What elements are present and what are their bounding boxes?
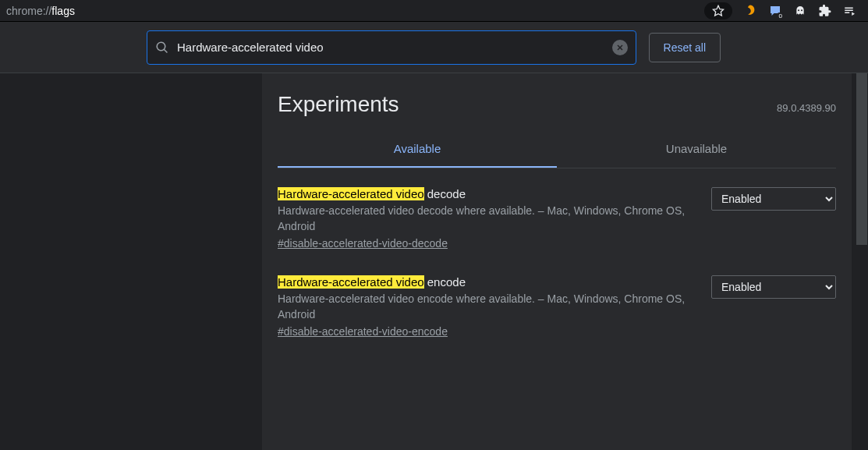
clear-search-button[interactable] bbox=[612, 40, 628, 55]
svg-point-1 bbox=[798, 9, 799, 11]
close-icon bbox=[615, 43, 625, 52]
reset-all-button[interactable]: Reset all bbox=[649, 33, 721, 62]
bookmark-star-button[interactable] bbox=[704, 2, 732, 19]
flag-description: Hardware-accelerated video decode where … bbox=[278, 204, 693, 234]
tab-unavailable[interactable]: Unavailable bbox=[557, 131, 836, 168]
left-gutter bbox=[0, 73, 131, 450]
omnibox[interactable]: chrome://flags 0 bbox=[0, 0, 868, 22]
main-content: Experiments 89.0.4389.90 Available Unava… bbox=[262, 73, 852, 450]
page-title: Experiments bbox=[278, 92, 399, 117]
tab-available[interactable]: Available bbox=[278, 131, 557, 168]
toolbar-actions: 0 bbox=[704, 2, 862, 19]
extensions-puzzle-icon[interactable] bbox=[818, 4, 832, 18]
highlight-match: Hardware-accelerated video bbox=[278, 275, 424, 289]
flag-anchor-link[interactable]: #disable-accelerated-video-decode bbox=[278, 237, 448, 250]
url-scheme: chrome:// bbox=[6, 5, 51, 17]
flags-toolbar: Reset all bbox=[0, 22, 868, 73]
version-label: 89.0.4389.90 bbox=[777, 102, 836, 114]
svg-marker-0 bbox=[713, 5, 723, 16]
badge-count: 0 bbox=[778, 12, 784, 19]
flag-description: Hardware-accelerated video encode where … bbox=[278, 292, 693, 322]
flag-row: Hardware-accelerated video encode Hardwa… bbox=[278, 275, 836, 338]
search-input[interactable] bbox=[177, 41, 604, 54]
url-display: chrome://flags bbox=[6, 5, 704, 17]
flag-state-select[interactable]: Enabled bbox=[711, 275, 836, 299]
search-icon bbox=[155, 41, 169, 55]
flag-title: Hardware-accelerated video decode bbox=[278, 187, 693, 200]
star-icon bbox=[711, 4, 725, 18]
extension-swirl-icon[interactable] bbox=[743, 4, 757, 18]
flag-title-rest: encode bbox=[424, 275, 466, 289]
flag-anchor-link[interactable]: #disable-accelerated-video-encode bbox=[278, 325, 448, 338]
flag-title-rest: decode bbox=[424, 187, 466, 200]
flag-row: Hardware-accelerated video decode Hardwa… bbox=[278, 187, 836, 250]
url-path: flags bbox=[51, 5, 75, 17]
extension-speech-icon[interactable]: 0 bbox=[768, 4, 782, 18]
scrollbar[interactable] bbox=[856, 73, 867, 450]
extension-ghost-icon[interactable] bbox=[793, 4, 807, 18]
svg-point-2 bbox=[801, 9, 802, 11]
search-container bbox=[147, 30, 636, 65]
tabs: Available Unavailable bbox=[278, 131, 836, 168]
flags-list: Hardware-accelerated video decode Hardwa… bbox=[278, 168, 836, 338]
media-playlist-icon[interactable] bbox=[843, 4, 857, 18]
scrollbar-thumb[interactable] bbox=[856, 73, 867, 245]
flag-title: Hardware-accelerated video encode bbox=[278, 275, 693, 289]
flag-state-select[interactable]: Enabled bbox=[711, 187, 836, 211]
highlight-match: Hardware-accelerated video bbox=[278, 187, 424, 200]
